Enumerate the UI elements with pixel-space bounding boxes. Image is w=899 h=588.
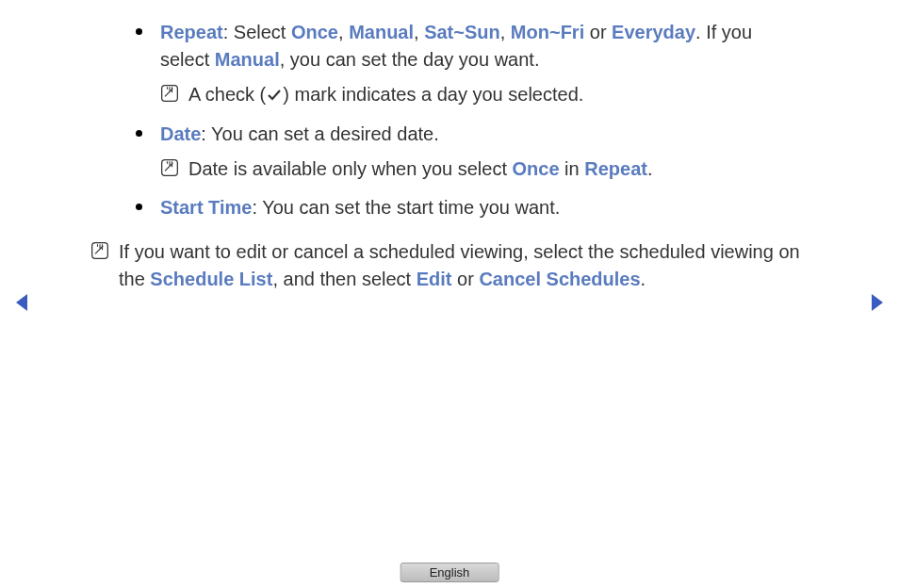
bullet-dot-icon xyxy=(136,130,142,137)
date-note-text: Date is available only when you select O… xyxy=(188,158,653,179)
repeat-text: Repeat: Select Once, Manual, Sat~Sun, Mo… xyxy=(160,22,752,70)
bullet-repeat: Repeat: Select Once, Manual, Sat~Sun, Mo… xyxy=(132,19,805,109)
repeat-note: A check () mark indicates a day you sele… xyxy=(160,81,805,109)
bullet-dot-icon xyxy=(136,28,142,35)
bullet-start-time: Start Time: You can set the start time y… xyxy=(132,194,805,221)
language-indicator[interactable]: English xyxy=(400,563,499,582)
nav-next-button[interactable] xyxy=(869,292,886,318)
repeat-label: Repeat xyxy=(160,22,223,42)
note-icon xyxy=(160,83,179,110)
start-time-text: Start Time: You can set the start time y… xyxy=(160,197,560,218)
edit-cancel-note: If you want to edit or cancel a schedule… xyxy=(90,238,805,293)
checkmark-icon xyxy=(267,82,282,109)
start-time-label: Start Time xyxy=(160,197,252,218)
document-body: Repeat: Select Once, Manual, Sat~Sun, Mo… xyxy=(0,0,899,293)
date-note: Date is available only when you select O… xyxy=(160,155,805,183)
date-label: Date xyxy=(160,123,201,144)
bullet-dot-icon xyxy=(136,204,142,210)
language-label: English xyxy=(430,565,470,580)
date-text: Date: You can set a desired date. xyxy=(160,123,439,144)
bullet-date: Date: You can set a desired date. Date i… xyxy=(132,121,805,183)
repeat-note-text: A check () mark indicates a day you sele… xyxy=(188,84,583,105)
note-icon xyxy=(90,240,109,268)
edit-cancel-note-text: If you want to edit or cancel a schedule… xyxy=(119,241,800,289)
nav-prev-button[interactable] xyxy=(13,292,30,318)
note-icon xyxy=(160,157,179,185)
